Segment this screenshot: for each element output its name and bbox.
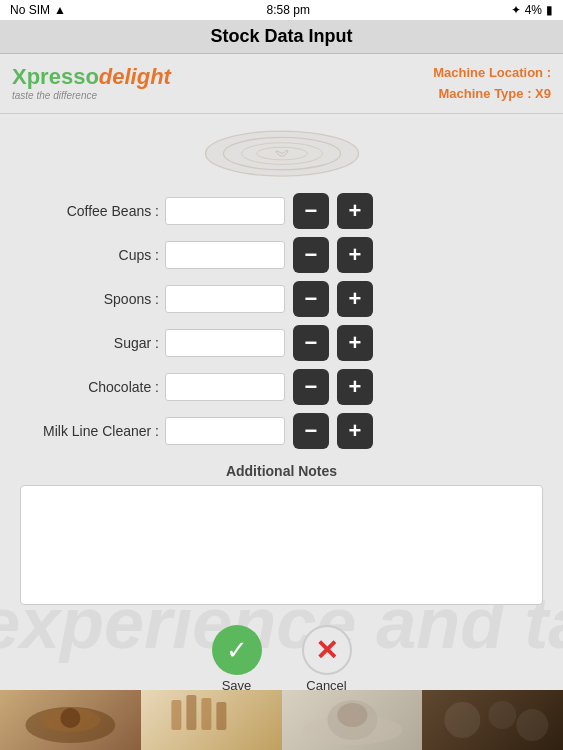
cancel-x-icon: ✕ <box>315 634 338 667</box>
form-row-sugar: Sugar : − + <box>20 325 543 361</box>
bottom-panel-2 <box>141 690 282 750</box>
status-bar: No SIM ▲ 8:58 pm ✦ 4% ▮ <box>0 0 563 20</box>
svg-point-14 <box>337 703 367 727</box>
save-button-wrap[interactable]: ✓ Save <box>212 625 262 693</box>
svg-point-4 <box>205 131 358 176</box>
minus-chocolate[interactable]: − <box>293 369 329 405</box>
bottom-panel-3 <box>282 690 423 750</box>
label-milk-line-cleaner: Milk Line Cleaner : <box>20 423 165 439</box>
machine-info: Machine Location : Machine Type : X9 <box>433 63 551 105</box>
svg-point-7 <box>60 708 80 728</box>
input-cups[interactable] <box>165 241 285 269</box>
battery-level: 4% <box>525 3 542 17</box>
form-row-spoons: Spoons : − + <box>20 281 543 317</box>
minus-coffee-beans[interactable]: − <box>293 193 329 229</box>
form-row-cups: Cups : − + <box>20 237 543 273</box>
machine-location-label: Machine Location : <box>433 63 551 84</box>
label-coffee-beans: Coffee Beans : <box>20 203 165 219</box>
status-left: No SIM ▲ <box>10 3 66 17</box>
label-cups: Cups : <box>20 247 165 263</box>
status-time: 8:58 pm <box>267 3 310 17</box>
cancel-button[interactable]: ✕ <box>302 625 352 675</box>
plus-cups[interactable]: + <box>337 237 373 273</box>
page-title: Stock Data Input <box>210 26 352 46</box>
bluetooth-icon: ✦ <box>511 3 521 17</box>
bottom-img-4-svg <box>422 690 563 750</box>
minus-sugar[interactable]: − <box>293 325 329 361</box>
status-right: ✦ 4% ▮ <box>511 3 553 17</box>
cancel-button-wrap[interactable]: ✕ Cancel <box>302 625 352 693</box>
form-row-chocolate: Chocolate : − + <box>20 369 543 405</box>
input-milk-line-cleaner[interactable] <box>165 417 285 445</box>
plus-milk-line-cleaner[interactable]: + <box>337 413 373 449</box>
input-chocolate[interactable] <box>165 373 285 401</box>
action-buttons: ✓ Save ✕ Cancel <box>0 615 563 699</box>
sim-status: No SIM <box>10 3 50 17</box>
svg-point-16 <box>489 701 517 729</box>
bottom-panel-4 <box>422 690 563 750</box>
form-row-coffee-beans: Coffee Beans : − + <box>20 193 543 229</box>
battery-icon: ▮ <box>546 3 553 17</box>
coffee-image <box>192 124 372 184</box>
plus-sugar[interactable]: + <box>337 325 373 361</box>
svg-rect-9 <box>186 695 196 730</box>
nav-bar: Stock Data Input <box>0 20 563 54</box>
save-button[interactable]: ✓ <box>212 625 262 675</box>
bottom-panel-1 <box>0 690 141 750</box>
machine-type-label: Machine Type : X9 <box>433 84 551 105</box>
logo-area: Xpressodelight taste the difference <box>12 66 171 101</box>
form-area: Coffee Beans : − + Cups : − + Spoons : −… <box>0 193 563 449</box>
logo-delight: delight <box>99 64 171 89</box>
label-spoons: Spoons : <box>20 291 165 307</box>
bottom-image-strip <box>0 690 563 750</box>
svg-rect-10 <box>201 698 211 730</box>
logo: Xpressodelight <box>12 66 171 88</box>
logo-tagline: taste the difference <box>12 90 171 101</box>
plus-spoons[interactable]: + <box>337 281 373 317</box>
minus-cups[interactable]: − <box>293 237 329 273</box>
svg-point-15 <box>445 702 481 738</box>
cancel-label: Cancel <box>306 678 346 693</box>
minus-milk-line-cleaner[interactable]: − <box>293 413 329 449</box>
minus-spoons[interactable]: − <box>293 281 329 317</box>
form-row-milk-line-cleaner: Milk Line Cleaner : − + <box>20 413 543 449</box>
plus-coffee-beans[interactable]: + <box>337 193 373 229</box>
header: Xpressodelight taste the difference Mach… <box>0 54 563 114</box>
bottom-img-1-svg <box>0 690 141 750</box>
notes-textarea[interactable] <box>20 485 543 605</box>
bottom-img-3-svg <box>282 690 423 750</box>
notes-label: Additional Notes <box>20 463 543 479</box>
signal-icon: ▲ <box>54 3 66 17</box>
main-content: experience and taste of be Coffee Beans … <box>0 114 563 744</box>
svg-rect-8 <box>171 700 181 730</box>
input-sugar[interactable] <box>165 329 285 357</box>
input-spoons[interactable] <box>165 285 285 313</box>
label-chocolate: Chocolate : <box>20 379 165 395</box>
coffee-image-area <box>0 114 563 193</box>
bottom-img-2-svg <box>141 690 282 750</box>
logo-xpresso: Xpresso <box>12 64 99 89</box>
svg-rect-11 <box>216 702 226 730</box>
notes-section: Additional Notes <box>0 457 563 615</box>
svg-point-17 <box>517 709 549 741</box>
input-coffee-beans[interactable] <box>165 197 285 225</box>
label-sugar: Sugar : <box>20 335 165 351</box>
save-checkmark-icon: ✓ <box>226 635 248 666</box>
save-label: Save <box>222 678 252 693</box>
plus-chocolate[interactable]: + <box>337 369 373 405</box>
